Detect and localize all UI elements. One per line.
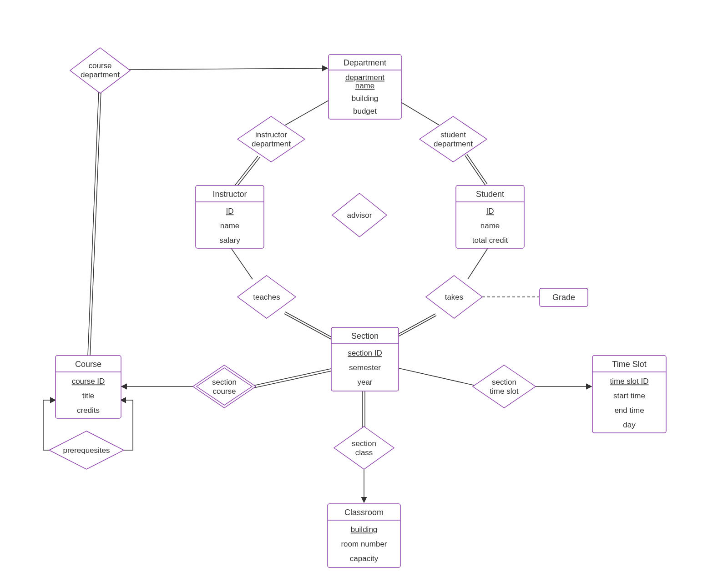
relationship-instructor-department: instructor department: [238, 116, 305, 162]
entity-timeslot-attr2: end time: [614, 406, 644, 415]
edge-stud-dept-to-department: [396, 99, 439, 125]
svg-text:instructor: instructor: [255, 130, 287, 139]
entity-course-attr1: title: [82, 391, 94, 400]
entity-classroom: Classroom building room number capacity: [328, 504, 400, 567]
relationship-student-department: student department: [420, 116, 487, 162]
edge-teaches-to-instructor: [231, 248, 253, 279]
entity-timeslot-title: Time Slot: [612, 360, 646, 369]
edge-stud-dept-to-student-a: [465, 156, 485, 186]
edge-prereq-left: [43, 400, 56, 450]
svg-text:takes: takes: [445, 293, 464, 301]
entity-department-title: Department: [344, 58, 386, 67]
entity-department-attr0-line2: name: [355, 81, 375, 90]
edge-seccourse-to-section-b: [254, 371, 331, 388]
entity-classroom-title: Classroom: [344, 508, 384, 517]
svg-text:department: department: [81, 70, 120, 79]
entity-student-attr0: ID: [486, 207, 494, 216]
entity-instructor-attr2: salary: [219, 236, 240, 245]
entity-student: Student ID name total credit: [456, 186, 524, 248]
svg-text:advisor: advisor: [347, 211, 372, 220]
svg-text:class: class: [355, 448, 373, 457]
svg-text:student: student: [440, 130, 466, 139]
entity-section: Section section ID semester year: [331, 327, 399, 391]
entity-section-title: Section: [351, 331, 379, 341]
edge-takes-to-section-a: [394, 314, 435, 336]
svg-text:department: department: [252, 140, 291, 148]
edge-sectime-to-section: [399, 368, 475, 386]
entity-student-attr1: name: [480, 221, 500, 230]
entity-grade-title: Grade: [552, 293, 575, 302]
entity-course-title: Course: [75, 360, 101, 369]
entity-timeslot: Time Slot time slot ID start time end ti…: [592, 356, 666, 433]
entity-student-attr2: total credit: [472, 236, 508, 245]
entity-timeslot-attr0: time slot ID: [610, 377, 648, 386]
entity-grade: Grade: [540, 288, 588, 306]
edge-teaches-to-section-b: [285, 312, 335, 339]
relationship-section-timeslot: section time slot: [473, 365, 536, 408]
entity-department-attr2: budget: [353, 107, 377, 115]
edge-instr-dept-to-instructor-a: [235, 156, 258, 186]
entity-classroom-attr0: building: [351, 525, 378, 534]
entity-section-attr0: section ID: [348, 349, 382, 357]
entity-instructor-title: Instructor: [212, 190, 247, 199]
entity-section-attr2: year: [357, 378, 372, 386]
edge-instr-dept-to-instructor-b: [237, 157, 260, 187]
edge-course-dept-to-course-b: [90, 91, 101, 356]
svg-text:time slot: time slot: [490, 387, 519, 396]
edge-takes-to-section-b: [395, 316, 436, 338]
relationship-section-class: section class: [334, 426, 394, 469]
edge-stud-dept-to-student-b: [467, 154, 487, 184]
svg-text:section: section: [492, 378, 516, 386]
entity-instructor-attr0: ID: [226, 207, 234, 216]
entity-timeslot-attr1: start time: [613, 391, 645, 400]
entity-classroom-attr2: capacity: [350, 554, 379, 563]
entity-timeslot-attr3: day: [623, 421, 636, 429]
relationship-prerequisites: prerequesites: [49, 431, 124, 469]
entity-classroom-attr1: room number: [341, 540, 387, 548]
entity-section-attr1: semester: [349, 363, 381, 372]
relationship-section-course: section course: [193, 365, 256, 408]
edge-instr-dept-to-department: [285, 97, 335, 125]
svg-text:section: section: [212, 378, 237, 386]
entity-course-attr2: credits: [77, 406, 100, 415]
relationship-teaches: teaches: [238, 276, 296, 318]
entity-department-attr0-line1: department: [345, 73, 384, 82]
entity-course: Course course ID title credits: [56, 356, 121, 418]
svg-text:course: course: [212, 387, 236, 396]
svg-text:course: course: [88, 61, 111, 70]
edge-teaches-to-section-a: [284, 314, 334, 341]
edge-seccourse-to-section-a: [253, 369, 331, 386]
svg-text:department: department: [434, 140, 473, 148]
entity-instructor-attr1: name: [220, 221, 240, 230]
entity-student-title: Student: [476, 190, 504, 199]
entity-department: Department department name building budg…: [329, 55, 401, 119]
relationship-advisor: advisor: [332, 193, 387, 237]
svg-text:section: section: [352, 439, 376, 448]
edge-takes-to-student: [468, 248, 488, 279]
edge-course-dept-to-course-a: [88, 91, 99, 356]
edge-course-dept-to-department: [126, 68, 328, 70]
svg-text:teaches: teaches: [253, 293, 280, 301]
entity-course-attr0: course ID: [72, 377, 105, 386]
relationship-course-department: course department: [70, 48, 130, 93]
entity-instructor: Instructor ID name salary: [196, 186, 264, 248]
relationship-takes: takes: [426, 276, 482, 318]
entity-department-attr1: building: [352, 94, 379, 103]
svg-text:prerequesites: prerequesites: [63, 446, 110, 455]
